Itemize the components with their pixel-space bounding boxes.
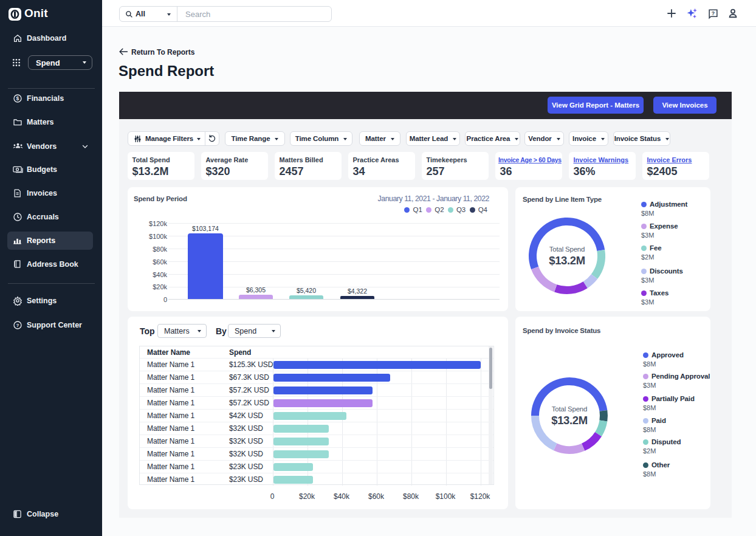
svg-text:$: $ — [16, 95, 19, 101]
svg-text:?: ? — [16, 323, 19, 328]
svg-text:?: ? — [712, 10, 715, 16]
